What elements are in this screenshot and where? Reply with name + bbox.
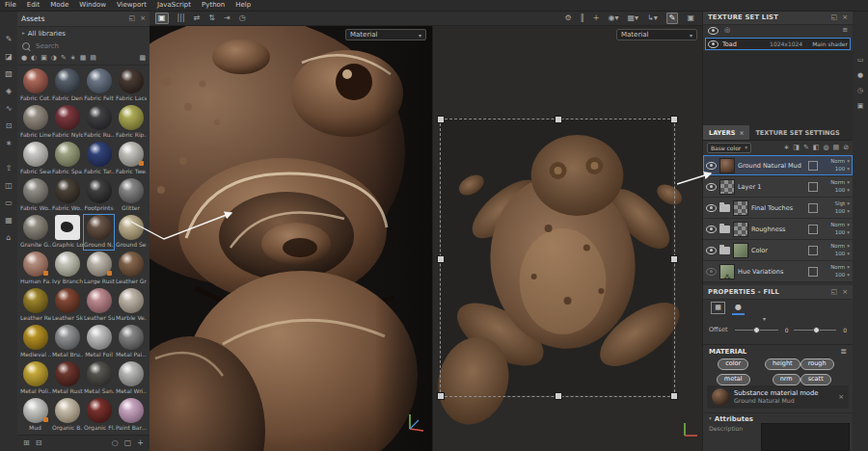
asset-swatch[interactable]: Graphic Lo... [51,214,83,251]
selection-handle[interactable] [437,255,445,263]
layer-visibility-icon[interactable] [706,204,717,212]
asset-swatch[interactable]: Fabric Twe... [115,141,147,177]
dock-icon[interactable]: ◱ [129,15,136,22]
selection-handle[interactable] [437,116,445,123]
screenshot-icon[interactable]: ▣ [687,14,694,22]
filter-materials-icon[interactable]: ● [21,55,27,62]
clone-tool-icon[interactable]: ⊡ [6,122,13,130]
asset-swatch[interactable]: Fabric Rip... [115,104,147,141]
channel-toggle-button[interactable]: rough [800,358,834,370]
slider-handle[interactable] [753,327,760,333]
center-view-icon[interactable]: + [593,14,600,22]
add-fill-layer-icon[interactable]: ◧ [813,145,820,151]
filter-textures-icon[interactable]: ▦ [80,55,87,62]
menu-item[interactable]: Viewport [117,2,147,9]
menu-item[interactable]: JavaScript [157,2,191,9]
layer-visibility-icon[interactable] [706,183,717,191]
layer-blend-dropdown[interactable]: Norm▾ [821,180,850,186]
collapse-chevron-icon[interactable]: ▾ [763,315,766,322]
asset-swatch[interactable]: Fabric Seam [19,141,51,177]
asset-swatch[interactable]: Fabric Nylon [51,104,83,141]
asset-swatch[interactable]: Leather Skin [51,287,83,324]
viewer-settings-icon[interactable]: ▭ [5,199,13,207]
layer-mask-box[interactable] [808,246,818,255]
asset-swatch[interactable]: Medieval ... [19,324,51,360]
selection-handle[interactable] [670,392,678,400]
layer-thumbnail[interactable] [733,222,748,237]
symmetry-x-icon[interactable]: ⇄ [194,14,201,22]
draw-tool-icon[interactable]: ✎ [666,13,679,24]
asset-swatch[interactable]: Footprints [83,177,115,214]
close-icon[interactable]: × [842,14,848,21]
asset-swatch[interactable]: Metal Foil [83,324,115,360]
filter-smart-materials-icon[interactable]: ◐ [31,55,37,62]
layer-name[interactable]: Hue Variations [738,268,805,276]
asset-swatch[interactable]: Metal Bru... [51,324,83,360]
filter-smart-masks-icon[interactable]: ▣ [41,55,47,62]
search-input[interactable] [34,41,145,51]
paint-tool-icon[interactable]: ✎ [6,36,13,43]
asset-swatch[interactable]: Mud [19,397,51,434]
offset-y-slider[interactable] [794,330,837,331]
axis-gizmo-2d[interactable] [680,419,701,440]
add-smart-mask-icon[interactable]: ◍ [823,145,828,151]
asset-swatch[interactable]: Leather Gr... [115,251,147,287]
channel-toggle-button[interactable]: metal [717,374,750,385]
selection-handle[interactable] [555,392,562,400]
asset-swatch[interactable]: Fabric Wo... [19,177,51,214]
layer-thumbnail[interactable] [719,179,735,195]
quick-export-icon[interactable]: ↳▾ [647,14,658,22]
display-mode-icon[interactable]: ▦▾ [627,14,638,22]
layer-name[interactable]: Color [751,247,805,254]
import-resources-icon[interactable]: ⊞ [23,439,30,447]
dock-icon[interactable]: ◱ [831,14,838,21]
channel-toggle-button[interactable]: color [718,358,748,370]
selection-handle[interactable] [437,392,445,400]
filter-environments-icon[interactable]: ▤ [90,55,96,62]
layer-row[interactable]: Layer 1 Norm▾ 100▾ [703,176,853,198]
layer-visibility-icon[interactable] [706,247,717,254]
layer-name[interactable]: Final Touches [751,204,805,212]
menu-icon[interactable]: ≣ [840,348,847,356]
dock-icon[interactable]: ◱ [831,289,838,296]
asset-swatch[interactable]: Metal Pai... [115,324,147,360]
menu-item[interactable]: Mode [50,2,68,9]
add-asset-icon[interactable]: + [137,439,144,447]
render-settings-icon[interactable]: ⚙ [565,14,572,22]
particles-tool-icon[interactable]: ∗ [6,140,13,147]
asset-swatch[interactable]: Marble Ve... [115,287,147,324]
channel-toggle-button[interactable]: scatt [800,374,831,385]
selection-handle[interactable] [670,116,678,123]
layer-opacity-dropdown[interactable]: 100▾ [821,273,850,279]
layer-thumbnail[interactable] [719,264,735,279]
layer-opacity-dropdown[interactable]: 100▾ [821,167,850,172]
layer-visibility-icon[interactable] [706,162,717,170]
asset-swatch[interactable]: Ground N... [83,214,115,251]
delete-layer-icon[interactable]: ⊘ [843,145,849,151]
texture-set-row[interactable]: Toad 1024x1024 Main shader [705,38,851,50]
layer-opacity-dropdown[interactable]: 100▾ [821,188,850,194]
asset-swatch[interactable]: Fabric Lace [115,67,147,104]
description-textarea[interactable] [761,423,850,451]
projection-tool-icon[interactable]: ▧ [5,70,13,78]
layer-blend-dropdown[interactable]: Norm▾ [821,159,850,165]
layer-mask-box[interactable] [808,182,818,192]
visibility-icon[interactable] [708,27,719,35]
asset-swatch[interactable]: Organic B... [51,397,83,434]
layer-name[interactable]: Ground Natural Mud [738,162,805,170]
asset-swatch[interactable]: Fabric Linen [19,104,51,141]
tab-layers[interactable]: LAYERS × [703,125,749,140]
thumbnail-square-icon[interactable]: ▢ [124,439,132,447]
libraries-selector[interactable]: ▸ All libraries [17,27,149,40]
layer-row[interactable]: Ground Natural Mud Norm▾ 100▾ [703,155,853,176]
close-icon[interactable]: × [140,15,146,22]
asset-swatch[interactable]: Human Fa... [19,251,51,287]
asset-swatch[interactable]: Metal Rust [51,360,83,397]
selection-handle[interactable] [555,116,562,123]
layer-visibility-icon[interactable] [706,268,717,276]
shader-channel-dropdown[interactable]: Material ▾ [345,29,426,40]
layer-row[interactable]: Color Norm▾ 100▾ [703,240,853,261]
uv-properties-tab-icon[interactable]: ▦ [711,302,725,314]
asset-swatch[interactable]: Fabric Tar... [83,141,115,177]
menu-item[interactable]: Python [202,2,225,9]
